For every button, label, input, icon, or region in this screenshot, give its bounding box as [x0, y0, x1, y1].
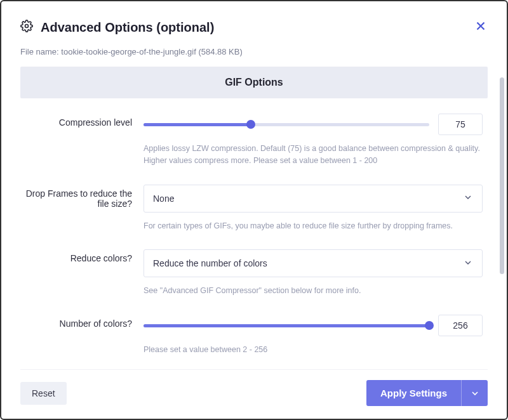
apply-button-group: Apply Settings	[366, 380, 488, 406]
reset-button[interactable]: Reset	[20, 382, 67, 405]
reduce-colors-label: Reduce colors?	[25, 249, 132, 312]
num-colors-thumb[interactable]	[425, 321, 434, 330]
modal-header: Advanced Options (optional)	[20, 19, 488, 36]
title-wrap: Advanced Options (optional)	[20, 20, 214, 35]
drop-frames-selected: None	[153, 194, 174, 204]
reduce-colors-select[interactable]: Reduce the number of colors	[144, 249, 483, 277]
num-colors-input[interactable]	[438, 315, 483, 336]
row-drop-frames: Drop Frames to reduce the file size? Non…	[25, 185, 483, 247]
drop-frames-select[interactable]: None	[144, 185, 483, 213]
row-reduce-colors: Reduce colors? Reduce the number of colo…	[25, 249, 483, 312]
apply-dropdown-button[interactable]	[461, 380, 488, 406]
filename-row: File name: tookie-tookie-george-of-the-j…	[20, 47, 488, 56]
reduce-colors-hint: See "Advanced GIF Compressor" section be…	[144, 285, 483, 297]
drop-frames-control: None For certain types of GIFs, you mayb…	[144, 185, 483, 247]
row-num-colors: Number of colors? Please set a value bet…	[25, 315, 483, 364]
num-colors-fill	[144, 324, 429, 327]
compression-control: Applies lossy LZW compression. Default (…	[144, 114, 483, 182]
drop-frames-label: Drop Frames to reduce the file size?	[25, 185, 132, 247]
compression-hint: Applies lossy LZW compression. Default (…	[144, 143, 483, 167]
modal-footer: Reset Apply Settings	[20, 369, 488, 419]
scrollbar-thumb[interactable]	[500, 77, 504, 274]
row-compression: Compression level Applies lossy LZW comp…	[25, 114, 483, 182]
num-colors-slider[interactable]	[144, 319, 429, 332]
filename-label: File name:	[20, 47, 59, 56]
num-colors-label: Number of colors?	[25, 315, 132, 364]
apply-settings-button[interactable]: Apply Settings	[366, 380, 461, 406]
drop-frames-hint: For certain types of GIFs, you maybe abl…	[144, 220, 483, 232]
chevron-down-icon	[463, 192, 473, 204]
reduce-colors-selected: Reduce the number of colors	[153, 258, 267, 268]
chevron-down-icon	[463, 258, 473, 270]
reduce-colors-control: Reduce the number of colors See "Advance…	[144, 249, 483, 312]
compression-label: Compression level	[25, 114, 132, 182]
svg-point-0	[25, 25, 29, 28]
compression-slider[interactable]	[144, 118, 429, 131]
section-header: GIF Options	[20, 67, 488, 98]
advanced-options-modal: Advanced Options (optional) File name: t…	[1, 1, 507, 419]
close-icon[interactable]	[474, 19, 488, 36]
compression-fill	[144, 123, 251, 126]
compression-input[interactable]	[438, 114, 483, 135]
compression-thumb[interactable]	[246, 120, 255, 129]
gear-icon	[20, 20, 33, 35]
options-body: Compression level Applies lossy LZW comp…	[20, 98, 488, 364]
filename-value: tookie-tookie-george-of-the-jungle.gif	[61, 47, 196, 56]
modal-title: Advanced Options (optional)	[41, 20, 214, 35]
num-colors-control: Please set a value between 2 - 256	[144, 315, 483, 364]
filename-size: (584.88 KB)	[198, 47, 242, 56]
num-colors-hint: Please set a value between 2 - 256	[144, 344, 483, 356]
